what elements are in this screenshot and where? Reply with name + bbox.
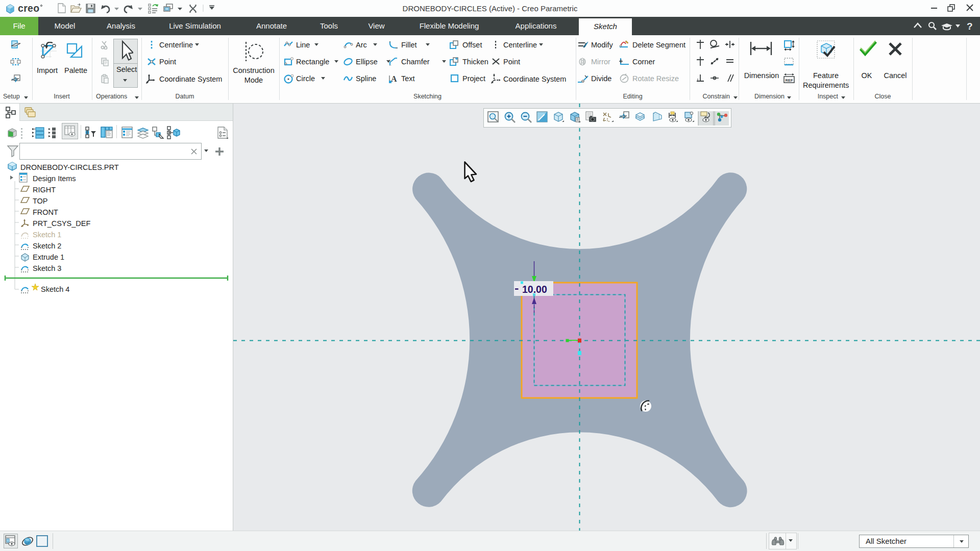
svg-text:PRT_CSYS_DEF: PRT_CSYS_DEF <box>33 219 90 228</box>
svg-text:10.00: 10.00 <box>522 284 547 295</box>
svg-text:?: ? <box>967 21 973 32</box>
svg-text:Design Items: Design Items <box>33 174 76 183</box>
svg-text:Extrude 1: Extrude 1 <box>33 253 64 261</box>
svg-text:Sketch 4: Sketch 4 <box>41 285 69 293</box>
svg-text:Sketch 3: Sketch 3 <box>33 264 61 272</box>
svg-text:FRONT: FRONT <box>33 208 58 216</box>
svg-text:RIGHT: RIGHT <box>33 186 56 194</box>
svg-text:creo: creo <box>18 3 39 14</box>
svg-text:Sketch 2: Sketch 2 <box>33 242 61 250</box>
svg-text:TOP: TOP <box>33 197 48 205</box>
svg-text:DRONEBODY-CIRCLES.PRT: DRONEBODY-CIRCLES.PRT <box>20 163 119 171</box>
svg-text:REF: REF <box>786 78 793 83</box>
svg-text:A: A <box>391 74 397 83</box>
svg-text:Sketch 1: Sketch 1 <box>33 231 61 239</box>
